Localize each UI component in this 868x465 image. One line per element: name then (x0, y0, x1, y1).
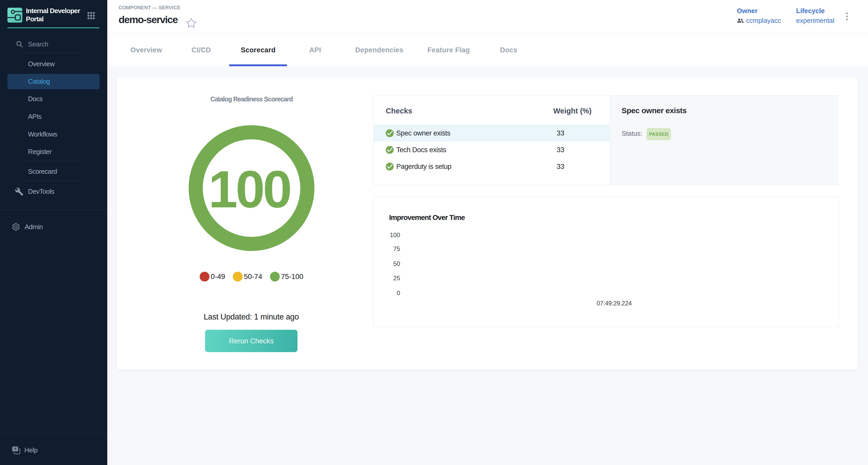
svg-text:?: ? (14, 447, 17, 451)
